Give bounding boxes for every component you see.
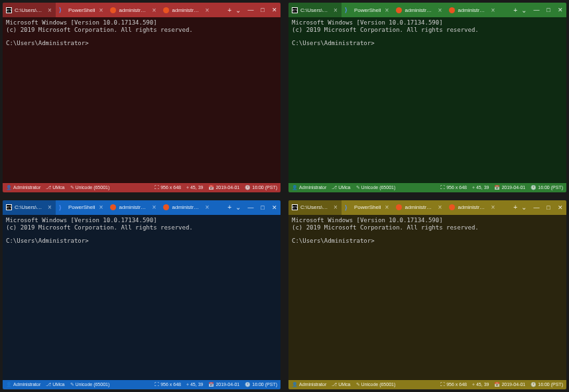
tab-label: administrator@DES... xyxy=(405,204,434,210)
status-cursor: ⌖45, 39 xyxy=(186,382,203,387)
status-date: 📅2019-04-01 xyxy=(494,185,525,190)
tab-close-icon[interactable]: × xyxy=(151,204,157,211)
prompt: C:\Users\Administrator> xyxy=(292,237,563,245)
statusbar: 👤Administrator⎇UMca✎Unicode (65001)⛶956 … xyxy=(288,183,566,192)
status-shell: ⎇UMca xyxy=(332,185,350,190)
tab[interactable]: administrator@DES...× xyxy=(446,3,499,17)
size-icon: ⛶ xyxy=(155,382,159,387)
status-shell-label: UMca xyxy=(338,382,350,387)
tab-close-icon[interactable]: × xyxy=(204,204,210,211)
tab-label: PowerShell xyxy=(354,204,381,210)
statusbar: 👤Administrator⎇UMca✎Unicode (65001)⛶956 … xyxy=(288,380,566,389)
powershell-icon: ⟩ xyxy=(59,204,66,211)
tab-close-icon[interactable]: × xyxy=(489,7,496,14)
close-button[interactable]: ✕ xyxy=(554,200,566,215)
tab-close-icon[interactable]: × xyxy=(332,7,339,14)
tab-close-icon[interactable]: × xyxy=(383,7,390,14)
window-controls: —□✕ xyxy=(531,3,566,17)
new-tab-button[interactable]: + xyxy=(513,7,517,14)
tab-close-icon[interactable]: × xyxy=(332,204,339,211)
status-time: 🕐16:00 (PST) xyxy=(245,382,277,387)
tab[interactable]: ⟩PowerShell× xyxy=(342,3,393,17)
minimize-button[interactable]: — xyxy=(531,200,542,215)
status-shell: ⎇UMca xyxy=(46,382,64,387)
status-user: 👤Administrator xyxy=(6,185,40,190)
calendar-icon: 📅 xyxy=(494,185,500,190)
close-button[interactable]: ✕ xyxy=(269,200,281,215)
maximize-button[interactable]: □ xyxy=(542,200,554,215)
status-user: 👤Administrator xyxy=(6,382,40,387)
clock-icon: 🕐 xyxy=(531,382,537,387)
close-button[interactable]: ✕ xyxy=(269,3,281,17)
terminal-body[interactable]: Microsoft Windows [Version 10.0.17134.59… xyxy=(3,215,281,381)
tab[interactable]: c:\C:\Users\Administr...× xyxy=(3,3,56,17)
tab-close-icon[interactable]: × xyxy=(97,7,104,14)
output-line: (c) 2019 Microsoft Corporation. All righ… xyxy=(6,27,277,34)
minimize-button[interactable]: — xyxy=(245,200,257,215)
tab[interactable]: c:\C:\Users\Administr...× xyxy=(3,200,56,215)
status-encoding: ✎Unicode (65001) xyxy=(70,185,110,190)
status-date-label: 2019-04-01 xyxy=(216,185,239,190)
tab[interactable]: c:\C:\Users\Administr...× xyxy=(288,3,342,17)
ubuntu-icon xyxy=(110,204,116,210)
close-button[interactable]: ✕ xyxy=(554,3,566,17)
tab-close-icon[interactable]: × xyxy=(383,204,390,211)
output-line: Microsoft Windows [Version 10.0.17134.59… xyxy=(292,217,563,224)
status-user-label: Administrator xyxy=(13,382,40,387)
clock-icon: 🕐 xyxy=(531,185,537,190)
tab[interactable]: c:\C:\Users\Administrat...× xyxy=(288,200,342,215)
tab[interactable]: ⟩PowerShell× xyxy=(342,200,393,215)
tab-close-icon[interactable]: × xyxy=(151,7,157,14)
status-date: 📅2019-04-01 xyxy=(208,185,239,190)
tab-label: C:\Users\Administr... xyxy=(300,7,330,13)
prompt: C:\Users\Administrator> xyxy=(6,237,277,245)
terminal-body[interactable]: Microsoft Windows [Version 10.0.17134.59… xyxy=(288,17,566,183)
tab[interactable]: administrator@DES...× xyxy=(160,200,213,215)
tab-dropdown-icon[interactable]: ⌄ xyxy=(521,204,527,211)
tab[interactable]: administrator@DES...× xyxy=(393,3,446,17)
tab-close-icon[interactable]: × xyxy=(204,7,210,14)
tab-close-icon[interactable]: × xyxy=(436,204,443,211)
maximize-button[interactable]: □ xyxy=(257,3,269,17)
status-user: 👤Administrator xyxy=(292,185,326,190)
tab[interactable]: ⟩PowerShell× xyxy=(56,3,107,17)
cursor-icon: ⌖ xyxy=(472,185,475,190)
tab[interactable]: administrator@...× xyxy=(160,3,213,17)
minimize-button[interactable]: — xyxy=(245,3,257,17)
maximize-button[interactable]: □ xyxy=(257,200,269,215)
tab-label: PowerShell xyxy=(354,7,381,13)
calendar-icon: 📅 xyxy=(208,185,214,190)
status-user: 👤Administrator xyxy=(292,382,326,387)
tab-close-icon[interactable]: × xyxy=(489,204,496,211)
tab-close-icon[interactable]: × xyxy=(97,204,104,211)
tab[interactable]: ⟩PowerShell× xyxy=(56,200,107,215)
status-encoding-label: Unicode (65001) xyxy=(361,382,396,387)
output-line: Microsoft Windows [Version 10.0.17134.59… xyxy=(6,19,277,27)
status-encoding-label: Unicode (65001) xyxy=(76,382,110,387)
tab-close-icon[interactable]: × xyxy=(46,204,53,211)
status-size: ⛶956 x 648 xyxy=(440,185,467,190)
terminal-body[interactable]: Microsoft Windows [Version 10.0.17134.59… xyxy=(3,17,281,183)
tab[interactable]: administrator@DES...× xyxy=(393,200,446,215)
tab-dropdown-icon[interactable]: ⌄ xyxy=(521,7,527,14)
encoding-icon: ✎ xyxy=(356,382,360,387)
maximize-button[interactable]: □ xyxy=(542,3,554,17)
tab[interactable]: administrator@DES...× xyxy=(107,200,160,215)
new-tab-button[interactable]: + xyxy=(513,204,517,211)
tab-label: C:\Users\Administr... xyxy=(15,7,44,13)
terminal-body[interactable]: Microsoft Windows [Version 10.0.17134.59… xyxy=(288,215,566,381)
tab-dropdown-icon[interactable]: ⌄ xyxy=(235,204,241,211)
new-tab-button[interactable]: + xyxy=(227,7,231,14)
minimize-button[interactable]: — xyxy=(531,3,542,17)
tab-dropdown-icon[interactable]: ⌄ xyxy=(235,7,241,14)
status-date-label: 2019-04-01 xyxy=(501,382,525,387)
status-shell: ⎇UMca xyxy=(332,382,350,387)
new-tab-button[interactable]: + xyxy=(227,204,231,211)
tab[interactable]: administrator@DES...× xyxy=(446,200,499,215)
status-cursor: ⌖45, 39 xyxy=(472,185,489,190)
status-encoding-label: Unicode (65001) xyxy=(361,185,396,190)
tab-close-icon[interactable]: × xyxy=(46,7,53,14)
tab[interactable]: administrator@DES...× xyxy=(107,3,160,17)
tab-close-icon[interactable]: × xyxy=(436,7,443,14)
status-time: 🕐16:00 (PST) xyxy=(531,185,563,190)
